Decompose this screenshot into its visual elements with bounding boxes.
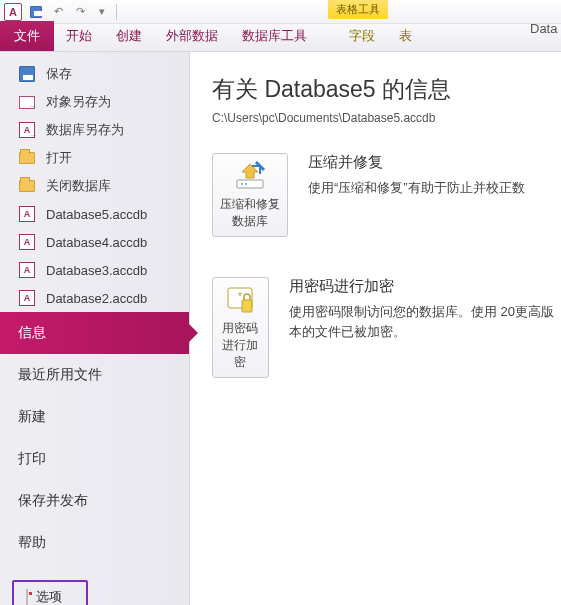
window-title-fragment: Data <box>530 21 557 36</box>
tab-field[interactable]: 字段 <box>337 21 387 51</box>
compact-repair-button[interactable]: 压缩和修复数据库 <box>212 153 288 237</box>
svg-point-1 <box>241 183 243 185</box>
sidebar-save-object-as[interactable]: 对象另存为 <box>0 88 189 116</box>
sidebar-item-label: Database3.accdb <box>46 263 147 278</box>
sidebar-save-db-as[interactable]: A数据库另存为 <box>0 116 189 144</box>
sidebar-print[interactable]: 打印 <box>0 438 189 480</box>
sidebar-item-label: 对象另存为 <box>46 93 111 111</box>
svg-rect-0 <box>237 180 263 188</box>
tab-home[interactable]: 开始 <box>54 21 104 51</box>
tab-file[interactable]: 文件 <box>0 21 54 51</box>
backstage-main: 有关 Database5 的信息 C:\Users\pc\Documents\D… <box>190 52 561 605</box>
save-object-icon <box>18 93 36 111</box>
options-icon <box>26 590 28 605</box>
svg-rect-5 <box>242 300 252 312</box>
sidebar-info[interactable]: 信息 <box>0 312 189 354</box>
sidebar-item-label: Database4.accdb <box>46 235 147 250</box>
sidebar-recent-file[interactable]: ADatabase3.accdb <box>0 256 189 284</box>
svg-point-2 <box>245 183 247 185</box>
separator <box>116 4 117 20</box>
action-text: 使用“压缩和修复”有助于防止并校正数 <box>308 178 525 198</box>
sidebar-item-label: 保存 <box>46 65 72 83</box>
compact-repair-icon <box>234 160 266 192</box>
qat-dropdown-icon[interactable]: ▾ <box>94 4 110 20</box>
page-title: 有关 Database5 的信息 <box>212 74 561 105</box>
sidebar-help[interactable]: 帮助 <box>0 522 189 564</box>
sidebar-new[interactable]: 新建 <box>0 396 189 438</box>
encrypt-icon: * <box>224 284 256 316</box>
encrypt-password-button[interactable]: * 用密码进行加密 <box>212 277 269 378</box>
sidebar-recent-file[interactable]: ADatabase4.accdb <box>0 228 189 256</box>
accdb-file-icon: A <box>18 289 36 307</box>
save-qat-icon[interactable] <box>28 4 44 20</box>
accdb-file-icon: A <box>18 233 36 251</box>
contextual-tab-header: 表格工具 <box>328 0 388 19</box>
button-label: 用密码进行加密 <box>217 320 264 371</box>
undo-icon[interactable]: ↶ <box>50 4 66 20</box>
sidebar-item-label: 选项 <box>36 588 62 605</box>
sidebar-item-label: Database5.accdb <box>46 207 147 222</box>
app-icon: A <box>4 3 22 21</box>
action-description: 压缩并修复 使用“压缩和修复”有助于防止并校正数 <box>308 153 525 198</box>
action-heading: 用密码进行加密 <box>289 277 561 296</box>
sidebar-item-label: 关闭数据库 <box>46 177 111 195</box>
sidebar-close-db[interactable]: 关闭数据库 <box>0 172 189 200</box>
ribbon-tabs: 文件 开始 创建 外部数据 数据库工具 字段 表 <box>0 24 561 52</box>
sidebar-item-label: Database2.accdb <box>46 291 147 306</box>
file-path: C:\Users\pc\Documents\Database5.accdb <box>212 111 561 125</box>
tab-database-tools[interactable]: 数据库工具 <box>230 21 319 51</box>
action-description: 用密码进行加密 使用密码限制访问您的数据库。使用 20更高版本的文件已被加密。 <box>289 277 561 341</box>
disk-icon <box>18 65 36 83</box>
redo-icon[interactable]: ↷ <box>72 4 88 20</box>
action-compact-repair: 压缩和修复数据库 压缩并修复 使用“压缩和修复”有助于防止并校正数 <box>212 153 561 237</box>
tab-external-data[interactable]: 外部数据 <box>154 21 230 51</box>
action-encrypt: * 用密码进行加密 用密码进行加密 使用密码限制访问您的数据库。使用 20更高版… <box>212 277 561 378</box>
quick-access-toolbar: ↶ ↷ ▾ <box>28 4 117 20</box>
tab-create[interactable]: 创建 <box>104 21 154 51</box>
accdb-file-icon: A <box>18 205 36 223</box>
sidebar-save-publish[interactable]: 保存并发布 <box>0 480 189 522</box>
svg-text:*: * <box>239 291 243 302</box>
sidebar-item-label: 打开 <box>46 149 72 167</box>
save-db-icon: A <box>18 121 36 139</box>
sidebar-item-label: 数据库另存为 <box>46 121 124 139</box>
tab-table[interactable]: 表 <box>387 21 424 51</box>
folder-close-icon <box>18 177 36 195</box>
sidebar-recent-file[interactable]: ADatabase5.accdb <box>0 200 189 228</box>
backstage-sidebar: 保存 对象另存为 A数据库另存为 打开 关闭数据库 ADatabase5.acc… <box>0 52 190 605</box>
folder-open-icon <box>18 149 36 167</box>
action-text: 使用密码限制访问您的数据库。使用 20更高版本的文件已被加密。 <box>289 302 561 341</box>
sidebar-recent[interactable]: 最近所用文件 <box>0 354 189 396</box>
action-heading: 压缩并修复 <box>308 153 525 172</box>
contextual-tab-title: 表格工具 <box>328 0 388 19</box>
button-label: 压缩和修复数据库 <box>217 196 283 230</box>
sidebar-save[interactable]: 保存 <box>0 60 189 88</box>
sidebar-recent-file[interactable]: ADatabase2.accdb <box>0 284 189 312</box>
backstage: 保存 对象另存为 A数据库另存为 打开 关闭数据库 ADatabase5.acc… <box>0 52 561 605</box>
sidebar-options[interactable]: 选项 <box>12 580 88 605</box>
accdb-file-icon: A <box>18 261 36 279</box>
sidebar-open[interactable]: 打开 <box>0 144 189 172</box>
